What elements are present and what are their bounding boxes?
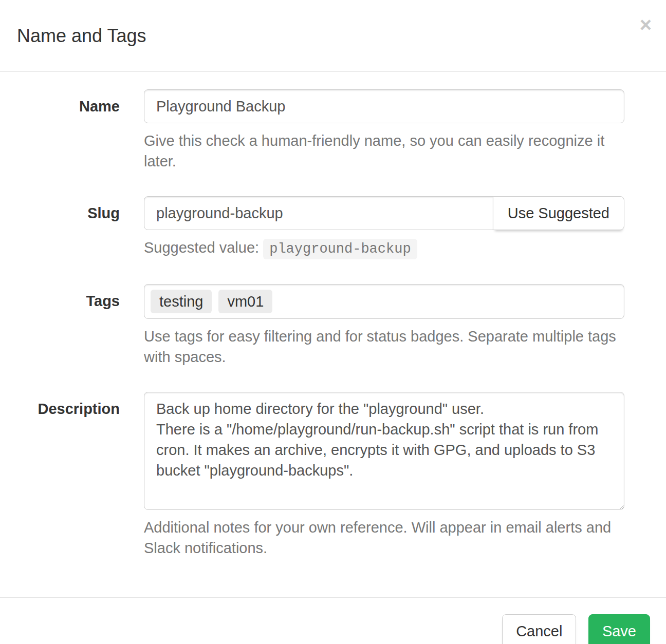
save-button[interactable]: Save xyxy=(588,614,650,644)
name-field-row: Name Give this check a human-friendly na… xyxy=(0,89,666,172)
tags-label: Tags xyxy=(0,284,144,367)
name-field-col: Give this check a human-friendly name, s… xyxy=(144,89,624,172)
modal-body: Name Give this check a human-friendly na… xyxy=(0,72,666,597)
slug-label: Slug xyxy=(0,196,144,259)
description-textarea[interactable]: Back up home directory for the "playgrou… xyxy=(144,392,624,510)
slug-input[interactable] xyxy=(144,196,493,230)
tags-field-row: Tags testing vm01 Use tags for easy filt… xyxy=(0,284,666,367)
close-icon[interactable]: × xyxy=(640,14,652,35)
modal-title: Name and Tags xyxy=(17,25,146,47)
cancel-button[interactable]: Cancel xyxy=(502,614,576,644)
modal-footer: Cancel Save xyxy=(0,597,666,644)
name-input[interactable] xyxy=(144,89,624,123)
description-field-row: Description Back up home directory for t… xyxy=(0,392,666,558)
slug-input-group: Use Suggested xyxy=(144,196,624,230)
description-label: Description xyxy=(0,392,144,558)
suggested-slug-value: playground-backup xyxy=(263,239,417,259)
name-and-tags-modal: { "modal": { "title": "Name and Tags", "… xyxy=(0,0,666,644)
slug-help-prefix: Suggested value: xyxy=(144,239,259,256)
name-help-text: Give this check a human-friendly name, s… xyxy=(144,130,624,172)
slug-field-row: Slug Use Suggested Suggested value: play… xyxy=(0,196,666,259)
tags-field-col: testing vm01 Use tags for easy filtering… xyxy=(144,284,624,367)
slug-help-text: Suggested value: playground-backup xyxy=(144,237,624,259)
description-help-text: Additional notes for your own reference.… xyxy=(144,517,624,558)
name-label: Name xyxy=(0,89,144,172)
tags-help-text: Use tags for easy filtering and for stat… xyxy=(144,326,624,367)
description-field-col: Back up home directory for the "playgrou… xyxy=(144,392,624,558)
use-suggested-button[interactable]: Use Suggested xyxy=(493,196,624,230)
tag-chip[interactable]: testing xyxy=(151,290,212,313)
tag-chip[interactable]: vm01 xyxy=(218,290,272,313)
slug-field-col: Use Suggested Suggested value: playgroun… xyxy=(144,196,624,259)
tags-input[interactable]: testing vm01 xyxy=(144,284,624,319)
modal-header: Name and Tags × xyxy=(0,0,666,72)
